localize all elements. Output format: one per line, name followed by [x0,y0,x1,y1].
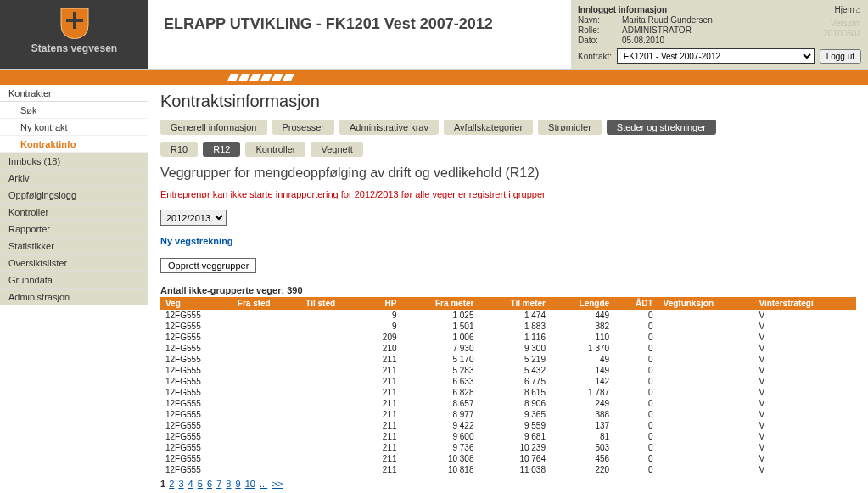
sidebar-item[interactable]: Innboks (18) [0,153,148,170]
main-tab[interactable]: Avfallskategorier [444,120,533,135]
sidebar-item[interactable]: Statistikker [0,238,148,255]
sidebar-item[interactable]: Kontrakter [0,85,148,102]
sidebar-item[interactable]: Oversiktslister [0,255,148,272]
pager-page[interactable]: 5 [198,479,203,489]
table-row[interactable]: 12FG55521110 30810 7644560V [160,453,856,464]
sub-tab[interactable]: Vegnett [311,142,362,157]
sub-tab[interactable]: Kontroller [245,142,305,157]
table-row[interactable]: 12FG5552107 9309 3001 3700V [160,343,856,354]
col-header: Vinterstrategi [753,297,856,310]
table-row[interactable]: 12FG5552115 2835 4321490V [160,365,856,376]
pager-current: 1 [160,479,165,489]
col-header: Til sted [300,297,363,310]
sidebar-item[interactable]: Oppfølgingslogg [0,187,148,204]
pager-ellipsis[interactable]: ... [260,479,267,489]
pager-page[interactable]: 7 [216,479,221,489]
road-table: VegFra stedTil stedHPFra meterTil meterL… [160,297,856,475]
sidebar: KontrakterSøkNy kontraktKontraktinfoInnb… [0,85,148,493]
col-header: Til meter [479,297,551,310]
brand-logo-block: Statens vegvesen [0,0,148,69]
navn-value: Marita Ruud Gundersen [622,15,713,25]
table-row[interactable]: 12FG5552119 73610 2395030V [160,442,856,453]
dato-label: Dato: [578,36,617,45]
sidebar-item[interactable]: Arkiv [0,170,148,187]
main-tab[interactable]: Prosesser [272,120,335,135]
kontrakt-select[interactable]: FK1201 - Vest 2007-2012 [617,48,815,64]
home-icon: ⌂ [856,5,861,14]
navn-label: Navn: [578,15,617,25]
sidebar-item[interactable]: Rapporter [0,221,148,238]
pager-page[interactable]: 3 [178,479,183,489]
sidebar-item[interactable]: Kontroller [0,204,148,221]
col-header: HP [363,297,401,310]
col-header: ÅDT [614,297,658,310]
col-header: Veg [160,297,232,310]
app-title: ELRAPP UTVIKLING - FK1201 Vest 2007-2012 [164,15,571,33]
pager: 1 2 3 4 5 6 7 8 9 10 ... >> [160,479,856,489]
table-row[interactable]: 12FG5552119 4229 5591370V [160,420,856,431]
year-select[interactable]: 2012/2013 [160,210,227,226]
col-header: Lengde [551,297,614,310]
col-header: Fra sted [232,297,300,310]
version-tag: Versjon: 20100502 [824,19,862,39]
main-tab-row: Generell informasjonProsesserAdministrat… [160,120,856,135]
table-row[interactable]: 12FG5552118 6578 9062490V [160,398,856,409]
sub-tab[interactable]: R12 [203,142,240,157]
pager-page[interactable]: 8 [226,479,231,489]
pager-page[interactable]: 2 [169,479,174,489]
rolle-label: Rolle: [578,25,617,35]
warning-text: Entreprenør kan ikke starte innrapporter… [160,189,856,199]
col-header: Fra meter [402,297,479,310]
svg-rect-1 [66,19,83,22]
sidebar-sub-item[interactable]: Ny kontrakt [0,119,148,136]
kontrakt-label: Kontrakt: [578,52,612,61]
page-title: Kontraktsinformasjon [160,92,856,111]
rolle-value: ADMINISTRATOR [622,25,692,35]
sidebar-sub-item[interactable]: Søk [0,102,148,119]
pager-page[interactable]: 6 [207,479,212,489]
table-row[interactable]: 12FG5552119 6009 681810V [160,431,856,442]
sub-tab[interactable]: R10 [160,142,198,157]
table-row[interactable]: 12FG5552091 0061 1161100V [160,332,856,343]
shield-icon [58,7,92,39]
table-row[interactable]: 12FG5552115 1705 219490V [160,354,856,365]
ungrouped-count: Antall ikke-grupperte veger: 390 [160,285,856,295]
pager-page[interactable]: 4 [188,479,193,489]
login-info-title: Innlogget informasjon [578,5,861,14]
orange-ribbon [0,70,868,85]
login-info-box: Innlogget informasjon Hjem ⌂ Versjon: 20… [571,0,868,69]
pager-next[interactable]: >> [272,479,283,489]
brand-name: Statens vegvesen [0,42,148,54]
sub-tab-row: R10R12KontrollerVegnett [160,142,856,157]
sidebar-sub-item[interactable]: Kontraktinfo [0,136,148,153]
main-tab[interactable]: Steder og strekninger [607,120,716,135]
table-row[interactable]: 12FG55521110 81811 0382200V [160,464,856,475]
table-row[interactable]: 12FG55591 0251 4744490V [160,310,856,321]
table-row[interactable]: 12FG5552116 8288 6151 7870V [160,387,856,398]
home-link[interactable]: Hjem ⌂ [835,5,861,14]
sidebar-item[interactable]: Grunndata [0,272,148,289]
sidebar-item[interactable]: Administrasjon [0,289,148,305]
table-row[interactable]: 12FG5552118 9779 3653880V [160,409,856,420]
table-row[interactable]: 12FG5552116 6336 7751420V [160,376,856,387]
pager-page[interactable]: 10 [245,479,255,489]
pager-page[interactable]: 9 [236,479,241,489]
table-row[interactable]: 12FG55591 5011 8833820V [160,321,856,332]
section-title: Veggrupper for mengdeoppfølging av drift… [160,165,856,181]
new-road-link[interactable]: Ny vegstrekning [160,236,233,246]
create-groups-button[interactable]: Opprett veggrupper [160,258,256,273]
main-tab[interactable]: Generell informasjon [160,120,267,135]
col-header: Vegfunksjon [658,297,754,310]
main-tab[interactable]: Administrative krav [339,120,439,135]
main-tab[interactable]: Strømidler [538,120,602,135]
logout-button[interactable]: Logg ut [820,49,861,64]
dato-value: 05.08.2010 [622,36,664,45]
